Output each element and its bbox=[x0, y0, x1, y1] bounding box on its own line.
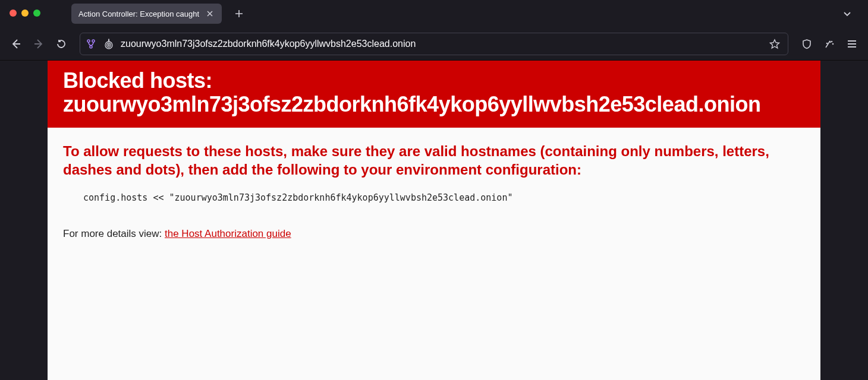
shield-icon[interactable] bbox=[797, 34, 817, 54]
url-text: zuourwyo3mln73j3ofsz2zbdorknh6fk4ykop6yy… bbox=[121, 39, 760, 49]
svg-point-3 bbox=[105, 42, 112, 49]
browser-viewport: Blocked hosts: zuourwyo3mln73j3ofsz2zbdo… bbox=[0, 61, 868, 380]
onion-site-icon[interactable] bbox=[103, 38, 115, 50]
error-heading: Blocked hosts: zuourwyo3mln73j3ofsz2zbdo… bbox=[63, 69, 805, 116]
app-menu-button[interactable] bbox=[842, 34, 862, 54]
address-bar[interactable]: zuourwyo3mln73j3ofsz2zbdorknh6fk4ykop6yy… bbox=[80, 33, 788, 55]
svg-point-4 bbox=[107, 43, 111, 47]
svg-point-0 bbox=[87, 40, 90, 42]
tab-bar: Action Controller: Exception caught bbox=[0, 0, 868, 27]
tab-title: Action Controller: Exception caught bbox=[78, 10, 199, 18]
error-subheading: To allow requests to these hosts, make s… bbox=[63, 142, 805, 179]
config-code: config.hosts << "zuourwyo3mln73j3ofsz2zb… bbox=[83, 192, 805, 203]
svg-point-1 bbox=[92, 40, 95, 42]
details-prefix: For more details view: bbox=[63, 228, 165, 239]
svg-point-6 bbox=[832, 41, 832, 42]
new-tab-button[interactable] bbox=[230, 5, 248, 23]
svg-point-7 bbox=[833, 43, 834, 44]
security-level-icon[interactable] bbox=[819, 34, 839, 54]
browser-tab[interactable]: Action Controller: Exception caught bbox=[71, 4, 222, 24]
reload-button[interactable] bbox=[51, 34, 71, 54]
window-minimize-button[interactable] bbox=[21, 10, 29, 17]
forward-button[interactable] bbox=[29, 34, 49, 54]
back-button[interactable] bbox=[6, 34, 26, 54]
error-heading-host: zuourwyo3mln73j3ofsz2zbdorknh6fk4ykop6yy… bbox=[63, 92, 760, 116]
window-controls bbox=[10, 10, 40, 17]
close-icon[interactable] bbox=[205, 9, 215, 18]
error-body: To allow requests to these hosts, make s… bbox=[48, 128, 820, 263]
host-authorization-link[interactable]: the Host Authorization guide bbox=[165, 228, 291, 239]
window-close-button[interactable] bbox=[10, 10, 17, 17]
svg-point-8 bbox=[827, 43, 828, 43]
nav-bar: zuourwyo3mln73j3ofsz2zbdorknh6fk4ykop6yy… bbox=[0, 27, 868, 61]
details-line: For more details view: the Host Authoriz… bbox=[63, 228, 805, 240]
bookmark-star-icon[interactable] bbox=[766, 36, 783, 52]
error-header: Blocked hosts: zuourwyo3mln73j3ofsz2zbdo… bbox=[48, 61, 820, 128]
svg-point-5 bbox=[108, 44, 110, 46]
error-heading-prefix: Blocked hosts: bbox=[63, 68, 212, 93]
error-page: Blocked hosts: zuourwyo3mln73j3ofsz2zbdo… bbox=[48, 61, 820, 380]
tabs-dropdown-button[interactable] bbox=[838, 5, 856, 23]
toolbar-right bbox=[797, 34, 862, 54]
svg-point-2 bbox=[90, 46, 92, 48]
window-maximize-button[interactable] bbox=[33, 10, 40, 17]
tor-circuit-icon[interactable] bbox=[85, 38, 97, 50]
